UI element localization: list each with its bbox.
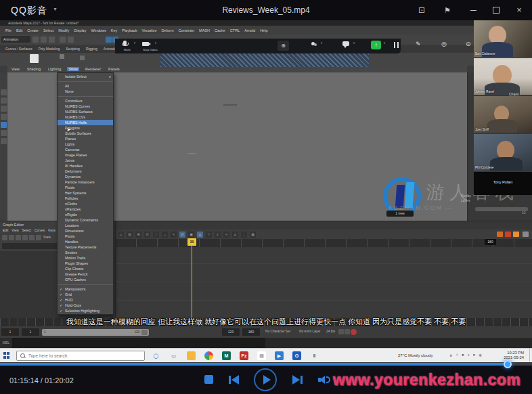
character-set-dropdown[interactable]: No Character Set xyxy=(265,330,290,333)
maya-menu-item[interactable]: File xyxy=(5,28,12,32)
graph-editor-tool-icon[interactable]: ⊡ xyxy=(144,232,150,238)
show-menu-item[interactable]: nRigids xyxy=(58,212,113,217)
playback-start-field[interactable]: 1 xyxy=(22,328,39,336)
taskbar-clock[interactable]: 10:23 PM 2021-05-24 xyxy=(489,351,524,360)
participant-tile[interactable]: Bart Ciafarone xyxy=(474,20,532,57)
ge-move-key-icon[interactable] xyxy=(2,235,7,240)
maya-menu-item[interactable]: Cache xyxy=(215,28,225,32)
show-menu-item[interactable]: Joints xyxy=(58,158,113,163)
rotate-tool-icon[interactable] xyxy=(1,122,7,128)
show-menu-item[interactable]: NURBS CVs xyxy=(58,114,113,120)
maya-menu-item[interactable]: Key xyxy=(111,28,117,32)
previous-icon[interactable] xyxy=(229,375,240,385)
save-scene-icon[interactable] xyxy=(49,37,55,43)
show-menu-item[interactable]: Dynamic Constraints xyxy=(58,217,113,223)
ge-frame-icon[interactable] xyxy=(36,235,41,240)
show-menu-item[interactable]: Deformers xyxy=(58,169,113,174)
new-scene-icon[interactable] xyxy=(32,37,39,43)
fps-dropdown[interactable]: 24 fps xyxy=(326,330,335,333)
chat-icon[interactable] xyxy=(342,39,351,48)
graph-editor-menu-item[interactable]: Curves xyxy=(35,229,45,232)
video-frame[interactable]: Autodesk Maya 2017 - Not for Resale: unt… xyxy=(0,20,532,363)
move-tool-icon[interactable] xyxy=(1,114,7,120)
shelf-tool-icon[interactable] xyxy=(80,56,85,60)
minimize-icon[interactable] xyxy=(464,4,482,16)
playback-options-icon[interactable] xyxy=(338,329,344,334)
participant-tile[interactable]: Phil Condese xyxy=(474,134,532,171)
annotate-icon[interactable]: ✎ xyxy=(416,41,421,47)
show-menu-item[interactable]: NURBS Hulls xyxy=(58,120,113,125)
show-menu-item[interactable]: Plugin Shapes xyxy=(58,261,113,266)
graph-editor-tool-icon[interactable]: ∠ xyxy=(232,232,238,238)
graph-editor-tool-icon[interactable]: △ xyxy=(197,232,203,238)
tray-icon[interactable]: ● xyxy=(462,353,464,357)
graph-editor-tool-icon[interactable]: ▱ xyxy=(118,232,124,238)
record-icon[interactable]: ⊙ xyxy=(466,41,471,47)
show-menu-item[interactable]: Grid xyxy=(58,292,113,297)
anim-end-field[interactable]: 180 xyxy=(242,328,260,336)
search-input[interactable] xyxy=(27,351,141,360)
maya-menu-item[interactable]: Modify xyxy=(58,28,69,32)
maya-menu-item[interactable]: Select xyxy=(43,28,53,32)
show-menu-item[interactable]: Pivots xyxy=(58,234,113,239)
graph-editor-tool-icon[interactable]: ↔ xyxy=(162,232,168,238)
chat-caret-icon[interactable]: ▼ xyxy=(353,41,355,45)
maya-menu-item[interactable]: Playback xyxy=(122,28,137,32)
movies-app-icon[interactable]: ▶ xyxy=(275,351,284,360)
maya-menu-item[interactable]: Constrain xyxy=(179,28,195,32)
file-explorer-icon[interactable] xyxy=(187,351,196,360)
graph-editor-tool-icon[interactable]: ▥ xyxy=(127,232,133,238)
show-menu-item[interactable] xyxy=(58,94,113,97)
outlook-icon[interactable]: O xyxy=(292,351,301,360)
maya-menu-item[interactable]: Display xyxy=(74,28,86,32)
maximize-icon[interactable] xyxy=(487,4,505,16)
anim-start-field[interactable]: 1 xyxy=(1,328,19,336)
show-menu-item[interactable]: Isolate Select xyxy=(58,74,113,79)
anim-layer-dropdown[interactable]: No Anim Layer xyxy=(299,330,320,333)
close-icon[interactable]: × xyxy=(510,4,528,16)
participants-icon[interactable] xyxy=(311,39,318,47)
panel-menu-item[interactable]: Renderer xyxy=(84,67,102,71)
ge-insert-key-icon[interactable] xyxy=(9,235,14,240)
show-menu-item[interactable]: All xyxy=(58,83,113,89)
shelf-tool-icon[interactable] xyxy=(30,54,39,63)
task-view-icon[interactable]: ▭ xyxy=(169,351,178,360)
bookmark-red-icon[interactable] xyxy=(505,232,511,237)
maya-menu-item[interactable]: Deform xyxy=(161,28,173,32)
range-slider[interactable]: 1 120 xyxy=(42,329,149,336)
show-menu-item[interactable]: Grease Pencil xyxy=(58,271,113,277)
notes-app-icon[interactable]: ▤ xyxy=(257,351,266,360)
show-menu-item[interactable]: Fluids xyxy=(58,185,113,190)
show-menu-item[interactable]: nParticles xyxy=(58,206,113,212)
redo-icon[interactable] xyxy=(68,37,74,43)
ge-region-icon[interactable] xyxy=(22,235,28,240)
maya-menu-item[interactable]: Help xyxy=(260,28,267,32)
panel-menu-item[interactable]: Panels xyxy=(107,67,121,71)
security-icon[interactable]: ⊕ xyxy=(278,41,289,51)
maya-menu-item[interactable]: Arnold xyxy=(244,28,255,32)
pin-icon[interactable]: ⚑ xyxy=(439,4,456,16)
show-menu-item[interactable]: Lights xyxy=(58,141,113,147)
graph-editor-tool-icon[interactable]: ▽ xyxy=(206,232,212,238)
maya-menu-item[interactable]: Windows xyxy=(91,28,106,32)
show-menu-item[interactable]: Manipulators xyxy=(58,286,113,292)
volume-icon[interactable] xyxy=(318,375,330,385)
bookmark-gray-icon[interactable] xyxy=(523,232,529,237)
show-menu-item[interactable]: Motion Trails xyxy=(58,255,113,261)
ge-retime-icon[interactable] xyxy=(29,235,35,240)
chrome-icon[interactable] xyxy=(204,351,213,360)
cortana-icon[interactable]: ◯ xyxy=(152,351,160,360)
graph-editor-tool-icon[interactable]: ◇ xyxy=(179,232,185,238)
show-menu-item[interactable]: Dimensions xyxy=(58,228,113,234)
tray-icon[interactable]: ♪ xyxy=(468,353,470,357)
ge-lattice-icon[interactable] xyxy=(16,235,21,240)
participant-tile[interactable]: Joey Sniff xyxy=(474,96,532,133)
show-menu-item[interactable]: Strokes xyxy=(58,250,113,255)
panel-menu-item[interactable]: View xyxy=(10,67,21,71)
bookmark-amber-icon[interactable] xyxy=(513,232,519,237)
more-apps-icon[interactable]: ‖ xyxy=(310,351,319,360)
panel-menu-item[interactable]: Lighting xyxy=(47,67,62,71)
tray-icon[interactable]: ∧ xyxy=(449,353,452,357)
show-menu-item[interactable] xyxy=(58,79,113,82)
share-caret-icon[interactable]: ▼ xyxy=(383,41,386,45)
